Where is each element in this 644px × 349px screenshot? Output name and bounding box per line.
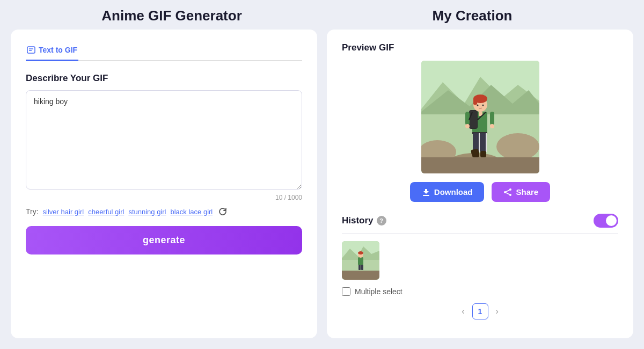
svg-rect-22 bbox=[480, 133, 486, 152]
svg-rect-29 bbox=[490, 112, 494, 125]
prev-page-button[interactable]: ‹ bbox=[458, 306, 467, 317]
tab-text-to-gif[interactable]: Text to GIF bbox=[26, 42, 78, 61]
svg-point-30 bbox=[465, 124, 470, 128]
svg-rect-28 bbox=[465, 112, 470, 125]
svg-point-8 bbox=[496, 133, 539, 160]
svg-rect-24 bbox=[486, 133, 487, 152]
right-page-title: My Creation bbox=[433, 8, 513, 24]
svg-rect-48 bbox=[361, 265, 363, 270]
share-label: Share bbox=[516, 187, 538, 197]
try-chip-3[interactable]: black lace girl bbox=[170, 208, 213, 216]
preview-image bbox=[421, 61, 539, 173]
refresh-icon bbox=[218, 207, 228, 216]
tab-label: Text to GIF bbox=[39, 46, 77, 54]
action-buttons: Download Share bbox=[342, 182, 618, 202]
help-icon[interactable]: ? bbox=[377, 216, 386, 226]
multiple-select-label: Multiple select bbox=[355, 287, 402, 296]
try-row: Try: silver hair girl cheerful girl stun… bbox=[26, 207, 302, 216]
svg-point-46 bbox=[358, 251, 363, 255]
svg-rect-34 bbox=[423, 195, 429, 196]
svg-point-18 bbox=[482, 105, 484, 106]
svg-rect-26 bbox=[480, 151, 486, 157]
svg-rect-23 bbox=[479, 133, 480, 152]
history-thumb-0[interactable] bbox=[342, 241, 379, 280]
svg-point-31 bbox=[490, 124, 494, 128]
svg-rect-13 bbox=[470, 111, 477, 128]
generate-button[interactable]: generate bbox=[26, 226, 302, 255]
svg-rect-10 bbox=[421, 157, 539, 173]
try-chip-2[interactable]: stunning girl bbox=[128, 208, 166, 216]
describe-label: Describre Your GIF bbox=[26, 73, 302, 84]
svg-rect-44 bbox=[358, 257, 363, 265]
svg-line-38 bbox=[505, 190, 510, 192]
text-to-gif-icon bbox=[27, 46, 35, 54]
svg-rect-47 bbox=[358, 265, 361, 270]
left-page-title: Anime GIF Generator bbox=[101, 8, 242, 24]
try-chip-1[interactable]: cheerful girl bbox=[88, 208, 124, 216]
page-number[interactable]: 1 bbox=[472, 303, 488, 319]
share-icon bbox=[503, 188, 512, 197]
help-label: ? bbox=[379, 217, 383, 224]
tab-bar: Text to GIF bbox=[26, 42, 302, 61]
svg-rect-16 bbox=[473, 98, 477, 105]
next-page-button[interactable]: › bbox=[493, 306, 502, 317]
multiple-select-checkbox[interactable] bbox=[342, 287, 350, 296]
share-button[interactable]: Share bbox=[492, 182, 550, 202]
refresh-button[interactable] bbox=[217, 207, 229, 216]
svg-point-17 bbox=[477, 105, 478, 106]
history-title-row: History ? bbox=[342, 215, 386, 226]
description-textarea[interactable]: hiking boy bbox=[26, 90, 302, 190]
download-label: Download bbox=[434, 187, 473, 197]
try-chip-0[interactable]: silver hair girl bbox=[43, 208, 84, 216]
pagination: ‹ 1 › bbox=[342, 303, 618, 319]
download-icon bbox=[422, 188, 430, 197]
history-label: History bbox=[342, 215, 374, 226]
preview-image-container bbox=[342, 61, 618, 173]
history-thumbnails bbox=[342, 241, 618, 280]
multiple-select-row: Multiple select bbox=[342, 287, 618, 296]
history-divider bbox=[342, 233, 618, 234]
history-toggle[interactable] bbox=[594, 214, 618, 228]
history-header: History ? bbox=[342, 214, 618, 228]
right-panel: Preview GIF bbox=[327, 30, 633, 338]
left-panel: Text to GIF Describre Your GIF hiking bo… bbox=[11, 30, 317, 338]
svg-rect-0 bbox=[27, 47, 35, 53]
toggle-knob bbox=[606, 215, 617, 226]
char-count: 10 / 1000 bbox=[26, 194, 302, 201]
svg-line-39 bbox=[505, 192, 510, 195]
svg-rect-43 bbox=[342, 271, 379, 280]
preview-label: Preview GIF bbox=[342, 42, 618, 53]
try-label: Try: bbox=[26, 207, 39, 216]
download-button[interactable]: Download bbox=[410, 182, 485, 202]
